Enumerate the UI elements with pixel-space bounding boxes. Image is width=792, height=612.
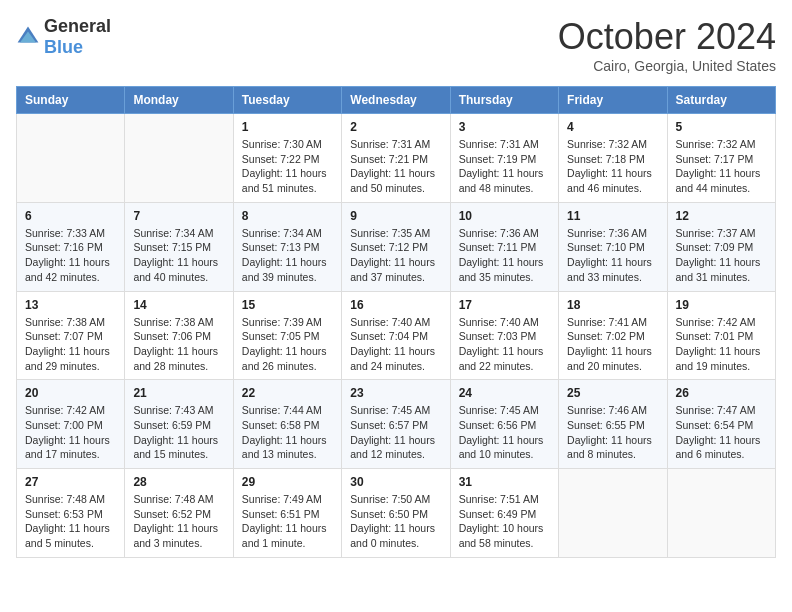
day-number: 3 [459,120,550,134]
day-number: 23 [350,386,441,400]
day-number: 4 [567,120,658,134]
day-info: Sunrise: 7:46 AMSunset: 6:55 PMDaylight:… [567,403,658,462]
calendar-cell: 26Sunrise: 7:47 AMSunset: 6:54 PMDayligh… [667,380,775,469]
day-info: Sunrise: 7:48 AMSunset: 6:53 PMDaylight:… [25,492,116,551]
calendar-table: SundayMondayTuesdayWednesdayThursdayFrid… [16,86,776,558]
day-number: 26 [676,386,767,400]
day-number: 1 [242,120,333,134]
day-number: 5 [676,120,767,134]
calendar-cell: 14Sunrise: 7:38 AMSunset: 7:06 PMDayligh… [125,291,233,380]
calendar-cell: 11Sunrise: 7:36 AMSunset: 7:10 PMDayligh… [559,202,667,291]
day-info: Sunrise: 7:47 AMSunset: 6:54 PMDaylight:… [676,403,767,462]
calendar-week-row: 20Sunrise: 7:42 AMSunset: 7:00 PMDayligh… [17,380,776,469]
calendar-cell: 7Sunrise: 7:34 AMSunset: 7:15 PMDaylight… [125,202,233,291]
title-block: October 2024 Cairo, Georgia, United Stat… [558,16,776,74]
day-number: 2 [350,120,441,134]
day-info: Sunrise: 7:51 AMSunset: 6:49 PMDaylight:… [459,492,550,551]
day-number: 7 [133,209,224,223]
weekday-header-tuesday: Tuesday [233,87,341,114]
day-info: Sunrise: 7:42 AMSunset: 7:00 PMDaylight:… [25,403,116,462]
calendar-cell: 23Sunrise: 7:45 AMSunset: 6:57 PMDayligh… [342,380,450,469]
day-info: Sunrise: 7:40 AMSunset: 7:03 PMDaylight:… [459,315,550,374]
calendar-cell: 22Sunrise: 7:44 AMSunset: 6:58 PMDayligh… [233,380,341,469]
day-number: 25 [567,386,658,400]
calendar-week-row: 1Sunrise: 7:30 AMSunset: 7:22 PMDaylight… [17,114,776,203]
day-number: 29 [242,475,333,489]
logo-text: General Blue [44,16,111,58]
calendar-cell: 31Sunrise: 7:51 AMSunset: 6:49 PMDayligh… [450,469,558,558]
day-number: 12 [676,209,767,223]
location-text: Cairo, Georgia, United States [558,58,776,74]
day-info: Sunrise: 7:50 AMSunset: 6:50 PMDaylight:… [350,492,441,551]
day-number: 11 [567,209,658,223]
day-info: Sunrise: 7:31 AMSunset: 7:19 PMDaylight:… [459,137,550,196]
calendar-cell [559,469,667,558]
day-number: 30 [350,475,441,489]
calendar-cell: 6Sunrise: 7:33 AMSunset: 7:16 PMDaylight… [17,202,125,291]
day-info: Sunrise: 7:44 AMSunset: 6:58 PMDaylight:… [242,403,333,462]
day-number: 27 [25,475,116,489]
calendar-cell: 4Sunrise: 7:32 AMSunset: 7:18 PMDaylight… [559,114,667,203]
day-number: 21 [133,386,224,400]
day-info: Sunrise: 7:34 AMSunset: 7:13 PMDaylight:… [242,226,333,285]
calendar-cell: 29Sunrise: 7:49 AMSunset: 6:51 PMDayligh… [233,469,341,558]
day-number: 10 [459,209,550,223]
day-info: Sunrise: 7:36 AMSunset: 7:10 PMDaylight:… [567,226,658,285]
day-info: Sunrise: 7:39 AMSunset: 7:05 PMDaylight:… [242,315,333,374]
day-info: Sunrise: 7:45 AMSunset: 6:56 PMDaylight:… [459,403,550,462]
calendar-cell: 18Sunrise: 7:41 AMSunset: 7:02 PMDayligh… [559,291,667,380]
calendar-cell [667,469,775,558]
day-info: Sunrise: 7:41 AMSunset: 7:02 PMDaylight:… [567,315,658,374]
day-number: 31 [459,475,550,489]
calendar-cell: 27Sunrise: 7:48 AMSunset: 6:53 PMDayligh… [17,469,125,558]
calendar-cell: 9Sunrise: 7:35 AMSunset: 7:12 PMDaylight… [342,202,450,291]
page-header: General Blue October 2024 Cairo, Georgia… [16,16,776,74]
day-info: Sunrise: 7:30 AMSunset: 7:22 PMDaylight:… [242,137,333,196]
day-number: 15 [242,298,333,312]
calendar-cell: 10Sunrise: 7:36 AMSunset: 7:11 PMDayligh… [450,202,558,291]
calendar-cell: 25Sunrise: 7:46 AMSunset: 6:55 PMDayligh… [559,380,667,469]
calendar-cell: 20Sunrise: 7:42 AMSunset: 7:00 PMDayligh… [17,380,125,469]
logo-general: General [44,16,111,36]
day-info: Sunrise: 7:35 AMSunset: 7:12 PMDaylight:… [350,226,441,285]
month-title: October 2024 [558,16,776,58]
weekday-header-sunday: Sunday [17,87,125,114]
calendar-week-row: 13Sunrise: 7:38 AMSunset: 7:07 PMDayligh… [17,291,776,380]
weekday-header-thursday: Thursday [450,87,558,114]
day-number: 24 [459,386,550,400]
calendar-header-row: SundayMondayTuesdayWednesdayThursdayFrid… [17,87,776,114]
weekday-header-saturday: Saturday [667,87,775,114]
day-number: 9 [350,209,441,223]
day-number: 22 [242,386,333,400]
calendar-cell: 3Sunrise: 7:31 AMSunset: 7:19 PMDaylight… [450,114,558,203]
day-number: 17 [459,298,550,312]
calendar-cell: 28Sunrise: 7:48 AMSunset: 6:52 PMDayligh… [125,469,233,558]
calendar-cell [125,114,233,203]
day-number: 20 [25,386,116,400]
calendar-cell: 2Sunrise: 7:31 AMSunset: 7:21 PMDaylight… [342,114,450,203]
day-info: Sunrise: 7:38 AMSunset: 7:07 PMDaylight:… [25,315,116,374]
day-number: 18 [567,298,658,312]
calendar-cell: 5Sunrise: 7:32 AMSunset: 7:17 PMDaylight… [667,114,775,203]
day-info: Sunrise: 7:43 AMSunset: 6:59 PMDaylight:… [133,403,224,462]
calendar-cell: 17Sunrise: 7:40 AMSunset: 7:03 PMDayligh… [450,291,558,380]
logo: General Blue [16,16,111,58]
day-number: 19 [676,298,767,312]
calendar-cell: 19Sunrise: 7:42 AMSunset: 7:01 PMDayligh… [667,291,775,380]
calendar-cell: 8Sunrise: 7:34 AMSunset: 7:13 PMDaylight… [233,202,341,291]
weekday-header-friday: Friday [559,87,667,114]
logo-icon [16,25,40,49]
day-info: Sunrise: 7:34 AMSunset: 7:15 PMDaylight:… [133,226,224,285]
calendar-week-row: 27Sunrise: 7:48 AMSunset: 6:53 PMDayligh… [17,469,776,558]
calendar-cell: 12Sunrise: 7:37 AMSunset: 7:09 PMDayligh… [667,202,775,291]
day-number: 28 [133,475,224,489]
day-info: Sunrise: 7:45 AMSunset: 6:57 PMDaylight:… [350,403,441,462]
calendar-cell: 15Sunrise: 7:39 AMSunset: 7:05 PMDayligh… [233,291,341,380]
calendar-cell: 13Sunrise: 7:38 AMSunset: 7:07 PMDayligh… [17,291,125,380]
logo-blue: Blue [44,37,83,57]
day-number: 6 [25,209,116,223]
day-number: 16 [350,298,441,312]
day-info: Sunrise: 7:42 AMSunset: 7:01 PMDaylight:… [676,315,767,374]
day-info: Sunrise: 7:32 AMSunset: 7:18 PMDaylight:… [567,137,658,196]
day-info: Sunrise: 7:38 AMSunset: 7:06 PMDaylight:… [133,315,224,374]
